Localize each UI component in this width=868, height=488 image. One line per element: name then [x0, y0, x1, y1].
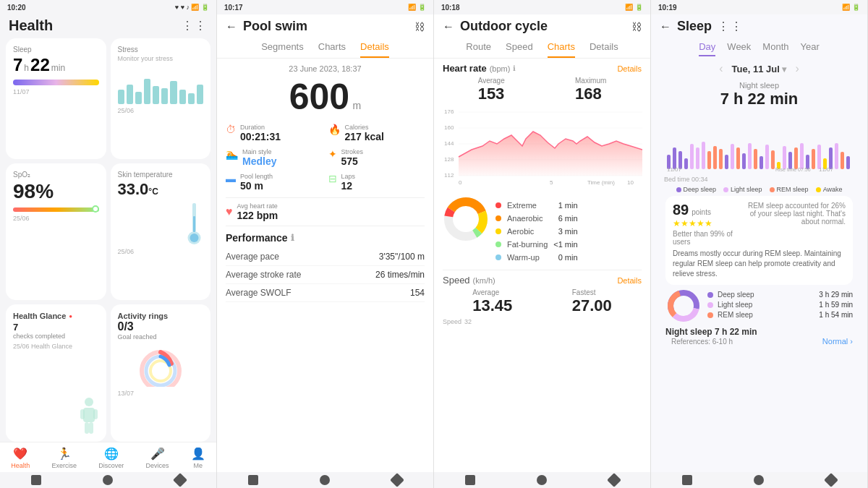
- tab-segments[interactable]: Segments: [261, 41, 304, 58]
- sleep-card[interactable]: Sleep 7 h 22 min 11/07: [6, 38, 106, 159]
- zone-aerobic-time: 3 min: [558, 227, 578, 236]
- zone-fat-name: Fat-burning: [507, 240, 548, 249]
- back-button-2[interactable]: [390, 473, 404, 487]
- svg-text:144: 144: [444, 140, 454, 147]
- sb-rem-label: REM sleep: [718, 311, 814, 319]
- svg-rect-9: [89, 422, 93, 434]
- sleep-panel: 10:19 📶 🔋 ← Sleep ⋮⋮ Day Week Month Year…: [651, 0, 868, 488]
- svg-rect-58: [817, 145, 821, 169]
- nav-devices-label: Devices: [146, 462, 169, 469]
- calories-label: Calories: [345, 124, 385, 131]
- bed-time: Bed time 00:34: [664, 176, 708, 183]
- zone-fat-dot: [495, 241, 501, 247]
- home-button-4[interactable]: [754, 475, 764, 485]
- sb-light-dot: [707, 302, 713, 308]
- performance-title: Performance ℹ: [226, 232, 425, 244]
- health-menu-button[interactable]: ⋮⋮: [182, 19, 208, 33]
- svg-text:11/07: 11/07: [819, 166, 834, 173]
- tab-charts[interactable]: Charts: [318, 41, 346, 58]
- status-icons-1: ♥ ♥ ♪ 📶 🔋: [175, 4, 209, 11]
- perf-row-pace: Average pace 3'35"/100 m: [226, 248, 425, 266]
- pool-swim-title: Pool swim: [243, 19, 307, 34]
- speed-stats: Average 13.45 Fastest 27.00: [443, 288, 642, 315]
- svg-rect-61: [835, 143, 838, 169]
- strokes-label: Strokes: [341, 148, 364, 155]
- back-button-4[interactable]: [824, 473, 838, 487]
- tab-charts[interactable]: Charts: [548, 41, 575, 58]
- tab-details-3[interactable]: Details: [590, 41, 618, 58]
- duration-info: Duration 00:21:31: [240, 124, 281, 142]
- tab-speed[interactable]: Speed: [506, 41, 533, 58]
- stop-button-3[interactable]: [465, 475, 475, 485]
- back-arrow-4[interactable]: ←: [660, 20, 671, 33]
- home-button-1[interactable]: [103, 475, 113, 485]
- activity-rings-card[interactable]: Activity rings 0/3 Goal reached 13/07: [111, 304, 211, 442]
- nav-exercise[interactable]: 🏃 Exercise: [51, 447, 77, 469]
- home-button-3[interactable]: [537, 475, 547, 485]
- sleep-bar: [13, 80, 99, 85]
- prev-date-arrow[interactable]: ‹: [719, 62, 723, 75]
- hr-title-area: Heart rate (bpm) ℹ: [443, 63, 516, 74]
- hr-details-link[interactable]: Details: [617, 64, 642, 73]
- health-glance-card[interactable]: Health Glance ● 7 checks completed 25/06…: [6, 304, 106, 442]
- svg-text:Time (min): Time (min): [587, 179, 615, 186]
- nav-devices[interactable]: 🎤 Devices: [146, 447, 169, 469]
- speed-unit: (km/h): [473, 276, 495, 285]
- edit-icon-3[interactable]: ⛓: [631, 21, 642, 33]
- status-icons-2: 📶 🔋: [408, 4, 426, 11]
- stop-button-2[interactable]: [248, 475, 258, 485]
- sleep-tab-month[interactable]: Month: [762, 41, 788, 56]
- back-button-1[interactable]: [173, 473, 187, 487]
- edit-icon-2[interactable]: ⛓: [414, 21, 425, 33]
- skin-temp-card[interactable]: Skin temperature 33.0°C 25/06: [111, 163, 211, 300]
- nav-discover[interactable]: 🌐 Discover: [98, 447, 124, 469]
- nav-me[interactable]: 👤 Me: [191, 447, 205, 469]
- nav-health[interactable]: ❤️ Health: [11, 447, 30, 469]
- duration-icon: ⏱: [226, 124, 236, 135]
- stress-bar-10: [197, 85, 203, 105]
- ar-time: 13/07: [118, 390, 204, 397]
- home-button-2[interactable]: [320, 475, 330, 485]
- sleep-menu-button[interactable]: ⋮⋮: [718, 20, 744, 33]
- tab-route[interactable]: Route: [466, 41, 491, 58]
- back-arrow-2[interactable]: ←: [226, 20, 237, 33]
- zone-aerobic-dot: [495, 228, 501, 234]
- svg-text:0: 0: [459, 179, 462, 186]
- sleep-header: ← Sleep ⋮⋮: [651, 14, 867, 38]
- svg-rect-6: [80, 409, 85, 419]
- spo2-bar: [13, 207, 99, 212]
- dropdown-icon[interactable]: ▾: [782, 64, 786, 74]
- activity-rings-chart: [132, 343, 190, 387]
- cycle-content: Heart rate (bpm) ℹ Details Average 153 M…: [434, 59, 650, 472]
- svg-text:160: 160: [444, 124, 454, 131]
- phone-bottom-bar-2: [217, 472, 433, 488]
- speed-details-link[interactable]: Details: [617, 276, 642, 285]
- spo2-card[interactable]: SpO₂ 98% 25/06: [6, 163, 106, 300]
- speed-title: Speed: [443, 275, 470, 286]
- normal-badge[interactable]: Normal ›: [822, 337, 853, 346]
- stop-button-1[interactable]: [31, 475, 41, 485]
- perf-info-icon: ℹ: [291, 233, 294, 243]
- next-date-arrow[interactable]: ›: [795, 62, 799, 75]
- sb-rem: REM sleep 1 h 54 min: [707, 311, 853, 319]
- outdoor-cycle-panel: 10:18 📶 🔋 ← Outdoor cycle ⛓ Route Speed …: [434, 0, 651, 488]
- sleep-tab-week[interactable]: Week: [727, 41, 751, 56]
- legend-awake-label: Awake: [823, 186, 843, 193]
- tab-details[interactable]: Details: [360, 41, 389, 58]
- stop-button-4[interactable]: [682, 475, 692, 485]
- speed-avg-label: Average: [472, 288, 512, 296]
- sleep-tab-year[interactable]: Year: [800, 41, 819, 56]
- sleep-tab-day[interactable]: Day: [699, 41, 715, 56]
- sleep-tabs: Day Week Month Year: [651, 38, 867, 59]
- pool-swim-tabs: Segments Charts Details: [217, 38, 433, 59]
- svg-rect-54: [794, 147, 798, 169]
- back-button-3[interactable]: [607, 473, 621, 487]
- sb-deep-dot: [707, 292, 713, 298]
- legend-light-label: Light sleep: [731, 186, 762, 193]
- svg-rect-41: [719, 149, 723, 169]
- svg-rect-63: [846, 156, 850, 169]
- stress-card[interactable]: Stress Monitor your stress 25/06: [111, 38, 211, 159]
- time-1: 10:20: [7, 4, 26, 12]
- status-bar-1: 10:20 ♥ ♥ ♪ 📶 🔋: [0, 0, 216, 14]
- back-arrow-3[interactable]: ←: [443, 20, 454, 33]
